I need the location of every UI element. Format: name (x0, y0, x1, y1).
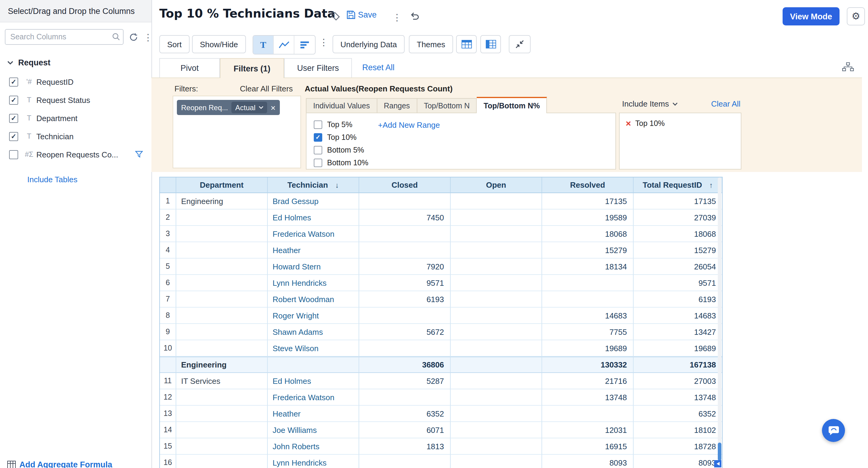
clear-all-filters-link[interactable]: Clear All Filters (240, 84, 293, 93)
open-cell[interactable] (451, 275, 542, 291)
closed-cell[interactable]: 6193 (359, 291, 451, 307)
resolved-cell[interactable] (542, 275, 633, 291)
filter-option[interactable]: Top 5% (314, 118, 368, 131)
filter-option-checkbox[interactable] (314, 158, 322, 167)
resolved-cell[interactable]: 18134 (542, 259, 633, 275)
total-cell[interactable]: 6352 (633, 406, 722, 422)
clear-all-link[interactable]: Clear All (711, 99, 741, 108)
resolved-cell[interactable]: 21716 (542, 373, 633, 389)
department-cell[interactable] (176, 389, 268, 406)
technician-cell[interactable]: Joe Williams (268, 422, 359, 438)
filter-option[interactable]: Bottom 5% (314, 143, 368, 156)
total-cell[interactable]: 6193 (633, 291, 722, 307)
closed-cell[interactable]: 1813 (359, 438, 451, 455)
remove-item-icon[interactable]: × (626, 119, 631, 128)
department-cell[interactable] (176, 226, 268, 242)
column-list-item[interactable]: #Σ Reopen Requests Co... (0, 145, 151, 164)
resolved-cell[interactable]: 19689 (542, 340, 633, 357)
tab-user-filters[interactable]: User Filters (284, 58, 352, 78)
open-cell[interactable] (451, 209, 542, 226)
text-view-button[interactable]: T (253, 36, 274, 54)
resolved-cell[interactable]: 14683 (542, 307, 633, 324)
summary-view-button[interactable] (294, 36, 315, 54)
column-list-item[interactable]: T Technician (0, 127, 151, 145)
remove-filter-icon[interactable]: × (271, 103, 276, 112)
column-list-item[interactable]: T Request Status (0, 91, 151, 109)
chat-fab-button[interactable] (822, 419, 845, 442)
closed-cell[interactable]: 5672 (359, 324, 451, 340)
total-cell[interactable]: 19689 (633, 340, 722, 357)
resolved-cell[interactable]: 18068 (542, 226, 633, 242)
column-checkbox[interactable] (9, 150, 18, 159)
technician-cell[interactable]: Robert Woodman (268, 291, 359, 307)
closed-cell[interactable] (359, 455, 451, 468)
total-cell[interactable]: 9571 (633, 275, 722, 291)
open-cell[interactable] (451, 340, 542, 357)
filter-type-tab[interactable]: Top/Bottom N (417, 98, 477, 113)
total-cell[interactable]: 8093 (633, 455, 722, 468)
technician-cell[interactable]: Frederica Watson (268, 389, 359, 406)
open-cell[interactable] (451, 291, 542, 307)
open-cell[interactable] (451, 242, 542, 259)
total-cell[interactable]: 27003 (633, 373, 722, 389)
column-list-item[interactable]: T Department (0, 109, 151, 127)
scroll-left-button[interactable] (714, 460, 721, 467)
total-cell[interactable]: 15279 (633, 242, 722, 259)
sort-desc-icon[interactable]: ↓ (335, 181, 339, 189)
closed-cell[interactable]: 7450 (359, 209, 451, 226)
column-checkbox[interactable] (9, 113, 18, 123)
search-columns-input[interactable] (5, 29, 124, 45)
department-cell[interactable] (176, 438, 268, 455)
technician-cell[interactable]: Howard Stern (268, 259, 359, 275)
closed-cell[interactable] (359, 193, 451, 209)
total-cell[interactable]: 27039 (633, 209, 722, 226)
department-cell[interactable] (176, 209, 268, 226)
total-cell[interactable]: 26054 (633, 259, 722, 275)
view-mode-button[interactable]: View Mode (783, 7, 840, 26)
include-items-dropdown[interactable]: Include Items (622, 99, 678, 108)
refresh-icon[interactable] (129, 32, 138, 41)
undo-icon[interactable] (409, 11, 420, 21)
closed-cell[interactable] (359, 340, 451, 357)
settings-button[interactable]: ⚙ (847, 7, 865, 26)
closed-cell[interactable]: 9571 (359, 275, 451, 291)
save-button[interactable]: Save (346, 10, 377, 20)
filter-option-checkbox[interactable] (314, 120, 322, 129)
resolved-cell[interactable]: 13748 (542, 389, 633, 406)
filter-funnel-icon[interactable] (135, 151, 143, 158)
closed-cell[interactable]: 6071 (359, 422, 451, 438)
department-cell[interactable]: IT Services (176, 373, 268, 389)
resolved-cell[interactable]: 15279 (542, 242, 633, 259)
header-kebab-icon[interactable]: ⋮ (393, 13, 402, 22)
resolved-cell[interactable]: 19589 (542, 209, 633, 226)
department-cell[interactable]: Engineering (176, 193, 268, 209)
closed-cell[interactable]: 7920 (359, 259, 451, 275)
open-cell[interactable] (451, 307, 542, 324)
filter-type-tab[interactable]: Individual Values (306, 98, 377, 113)
open-cell[interactable] (451, 259, 542, 275)
header-department[interactable]: Department (176, 177, 268, 193)
filter-type-tab[interactable]: Top/Bottom N% (477, 97, 547, 113)
resolved-cell[interactable]: 16915 (542, 438, 633, 455)
total-cell[interactable]: 17135 (633, 193, 722, 209)
department-cell[interactable] (176, 291, 268, 307)
department-cell[interactable] (176, 422, 268, 438)
technician-cell[interactable]: Lynn Hendricks (268, 455, 359, 468)
scrollbar-thumb[interactable] (718, 442, 721, 461)
table-view-button[interactable] (456, 35, 477, 53)
closed-cell[interactable]: 6352 (359, 406, 451, 422)
resolved-cell[interactable]: 17135 (542, 193, 633, 209)
show-hide-button[interactable]: Show/Hide (192, 35, 246, 53)
department-cell[interactable] (176, 455, 268, 468)
technician-cell[interactable]: Shawn Adams (268, 324, 359, 340)
header-closed[interactable]: Closed (359, 177, 451, 193)
department-cell[interactable] (176, 275, 268, 291)
department-cell[interactable] (176, 259, 268, 275)
technician-cell[interactable]: Steve Wilson (268, 340, 359, 357)
filter-type-tab[interactable]: Ranges (377, 98, 417, 113)
department-cell[interactable] (176, 406, 268, 422)
technician-cell[interactable]: Ed Holmes (268, 209, 359, 226)
tag-icon[interactable] (331, 11, 340, 21)
open-cell[interactable] (451, 226, 542, 242)
more-views-icon[interactable]: ⋮ (319, 37, 328, 46)
